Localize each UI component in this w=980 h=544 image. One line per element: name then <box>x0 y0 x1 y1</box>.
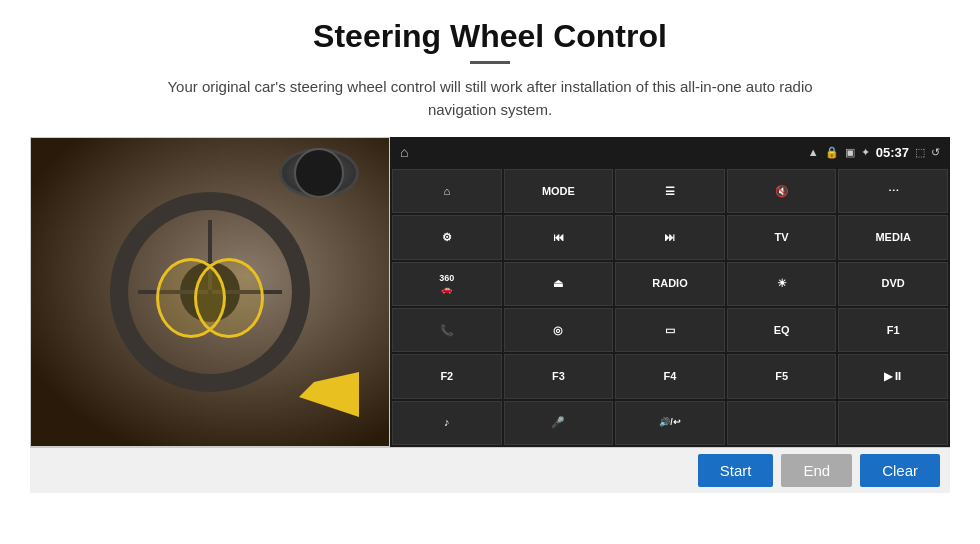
control-panel: ⌂ ▲ 🔒 ▣ ✦ 05:37 ⬚ ↺ ⌂ MODE ☰ 🔇 <box>390 137 950 447</box>
btn-media[interactable]: MEDIA <box>838 215 948 259</box>
btn-f1[interactable]: F1 <box>838 308 948 352</box>
control-grid: ⌂ MODE ☰ 🔇 ⋯ ⚙ ⏮ ⏭ TV MEDIA 360🚗 ⏏ RADIO… <box>390 167 950 447</box>
btn-nav[interactable]: ◎ <box>504 308 614 352</box>
title-divider <box>470 61 510 64</box>
page-container: Steering Wheel Control Your original car… <box>0 0 980 544</box>
content-row: ⌂ ▲ 🔒 ▣ ✦ 05:37 ⬚ ↺ ⌂ MODE ☰ 🔇 <box>30 137 950 447</box>
bottom-bar: Start End Clear <box>30 447 950 493</box>
start-button[interactable]: Start <box>698 454 774 487</box>
btn-brightness[interactable]: ☀ <box>727 262 837 306</box>
page-subtitle: Your original car's steering wheel contr… <box>140 76 840 121</box>
back-icon: ↺ <box>931 146 940 159</box>
btn-call[interactable]: 🔊/↩ <box>615 401 725 445</box>
btn-home[interactable]: ⌂ <box>392 169 502 213</box>
btn-eq[interactable]: EQ <box>727 308 837 352</box>
btn-screen[interactable]: ▭ <box>615 308 725 352</box>
wheel-ring <box>110 192 310 392</box>
lock-icon: 🔒 <box>825 146 839 159</box>
btn-list[interactable]: ☰ <box>615 169 725 213</box>
btn-360[interactable]: 360🚗 <box>392 262 502 306</box>
btn-prev[interactable]: ⏮ <box>504 215 614 259</box>
btn-music[interactable]: ♪ <box>392 401 502 445</box>
btn-f2[interactable]: F2 <box>392 354 502 398</box>
btn-settings[interactable]: ⚙ <box>392 215 502 259</box>
arrow-indicator <box>289 362 369 426</box>
btn-f4[interactable]: F4 <box>615 354 725 398</box>
btn-empty1 <box>727 401 837 445</box>
btn-radio[interactable]: RADIO <box>615 262 725 306</box>
steering-wheel-image <box>30 137 390 447</box>
btn-eject[interactable]: ⏏ <box>504 262 614 306</box>
end-button[interactable]: End <box>781 454 852 487</box>
steering-bg <box>31 138 389 446</box>
btn-f3[interactable]: F3 <box>504 354 614 398</box>
page-title: Steering Wheel Control <box>313 18 667 55</box>
btn-mode[interactable]: MODE <box>504 169 614 213</box>
status-left-icons: ⌂ <box>400 144 408 160</box>
status-time: 05:37 <box>876 145 909 160</box>
bt-icon: ✦ <box>861 146 870 159</box>
btn-f5[interactable]: F5 <box>727 354 837 398</box>
speedometer <box>279 148 359 198</box>
sim-icon: ▣ <box>845 146 855 159</box>
btn-phone[interactable]: 📞 <box>392 308 502 352</box>
btn-next[interactable]: ⏭ <box>615 215 725 259</box>
btn-tv[interactable]: TV <box>727 215 837 259</box>
btn-mute[interactable]: 🔇 <box>727 169 837 213</box>
btn-playpause[interactable]: ▶⏸ <box>838 354 948 398</box>
home-status-icon: ⌂ <box>400 144 408 160</box>
btn-apps[interactable]: ⋯ <box>838 169 948 213</box>
clear-button[interactable]: Clear <box>860 454 940 487</box>
btn-dvd[interactable]: DVD <box>838 262 948 306</box>
btn-empty2 <box>838 401 948 445</box>
status-bar: ⌂ ▲ 🔒 ▣ ✦ 05:37 ⬚ ↺ <box>390 137 950 167</box>
screen-icon: ⬚ <box>915 146 925 159</box>
status-right-icons: ▲ 🔒 ▣ ✦ 05:37 ⬚ ↺ <box>808 145 940 160</box>
right-button-highlight <box>194 258 264 338</box>
btn-mic[interactable]: 🎤 <box>504 401 614 445</box>
wifi-icon: ▲ <box>808 146 819 158</box>
